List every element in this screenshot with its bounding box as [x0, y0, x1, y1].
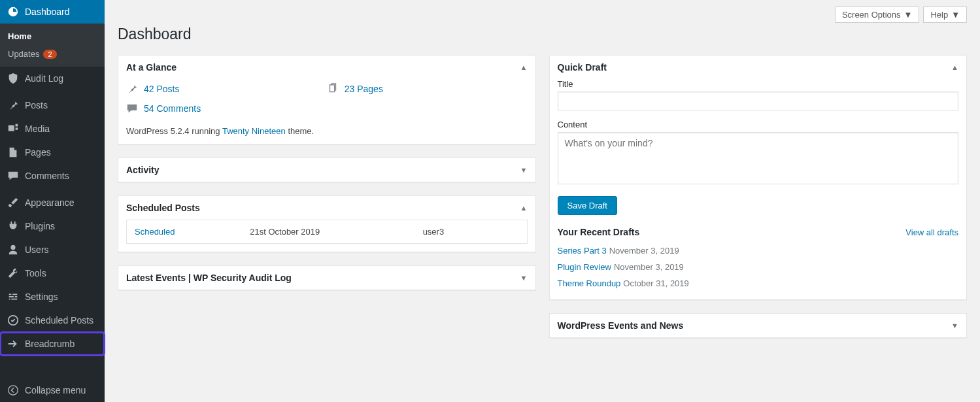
sidebar-label: Collapse menu [25, 385, 86, 395]
latest-events-box: Latest Events | WP Security Audit Log ▼ [118, 265, 536, 290]
sidebar-item-dashboard[interactable]: Dashboard [0, 0, 105, 24]
events-news-box: WordPress Events and News ▼ [549, 313, 968, 338]
main-content: Screen Options ▼ Help ▼ Dashboard At a G… [105, 0, 980, 402]
sidebar-label: Scheduled Posts [25, 315, 93, 326]
draft-date: November 3, 2019 [614, 262, 684, 272]
draft-link[interactable]: Series Part 3 [558, 246, 607, 256]
top-bar: Screen Options ▼ Help ▼ [118, 7, 967, 23]
pin-icon [7, 99, 20, 112]
draft-link[interactable]: Theme Roundup [558, 278, 621, 288]
sidebar-label: Appearance [25, 197, 75, 208]
arrow-right-icon [7, 337, 20, 350]
sidebar-item-users[interactable]: Users [0, 238, 105, 261]
draft-link[interactable]: Plugin Review [558, 262, 611, 272]
left-column: At a Glance ▲ 42 Posts 23 Pages [118, 55, 536, 338]
sidebar-subitem-updates[interactable]: Updates 2 [0, 45, 105, 63]
shield-icon [7, 72, 20, 85]
dashboard-icon [7, 5, 20, 18]
sidebar-label: Audit Log [25, 73, 63, 84]
recent-drafts-title: Your Recent Drafts [558, 227, 640, 237]
scheduled-user: user3 [423, 227, 519, 237]
updates-badge: 2 [43, 50, 56, 59]
sidebar-label: Settings [25, 292, 58, 302]
sidebar-label: Plugins [25, 221, 55, 231]
help-button[interactable]: Help ▼ [923, 7, 967, 23]
draft-item: Theme RoundupOctober 31, 2019 [558, 275, 959, 292]
sidebar-label: Dashboard [25, 7, 70, 17]
clock-check-icon [7, 314, 20, 327]
theme-link[interactable]: Twenty Nineteen [222, 126, 286, 136]
glance-comments: 54 Comments [126, 99, 327, 118]
at-a-glance-header[interactable]: At a Glance ▲ [118, 56, 535, 79]
svg-point-1 [8, 386, 18, 395]
title-label: Title [558, 79, 959, 89]
events-news-header[interactable]: WordPress Events and News ▼ [550, 314, 967, 337]
sidebar-label: Comments [25, 171, 69, 181]
sidebar-item-scheduled-posts[interactable]: Scheduled Posts [0, 309, 105, 332]
sidebar-item-audit-log[interactable]: Audit Log [0, 67, 105, 90]
page-title: Dashboard [118, 25, 967, 43]
draft-date: October 31, 2019 [623, 278, 688, 288]
glance-pages: 23 Pages [327, 79, 528, 99]
sidebar-item-tools[interactable]: Tools [0, 261, 105, 285]
sidebar-item-plugins[interactable]: Plugins [0, 214, 105, 238]
comments-link[interactable]: 54 Comments [144, 103, 201, 114]
scheduled-row: Scheduled 21st October 2019 user3 [126, 220, 528, 244]
caret-down-icon: ▼ [904, 10, 913, 20]
scheduled-status-link[interactable]: Scheduled [135, 227, 175, 237]
pages-icon [327, 83, 340, 95]
brush-icon [7, 196, 20, 209]
sidebar-submenu-dashboard: Home Updates 2 [0, 24, 105, 67]
activity-header[interactable]: Activity ▼ [118, 158, 535, 182]
sidebar-item-settings[interactable]: Settings [0, 285, 105, 309]
sidebar-label: Breadcrumb [25, 339, 75, 349]
quick-draft-box: Quick Draft ▲ Title Content Save Draft Y… [549, 55, 968, 300]
page-icon [7, 146, 20, 159]
caret-down-icon: ▼ [951, 10, 960, 20]
comment-icon [7, 169, 20, 182]
screen-options-button[interactable]: Screen Options ▼ [835, 7, 919, 23]
quick-draft-header[interactable]: Quick Draft ▲ [550, 56, 967, 79]
sidebar-item-media[interactable]: Media [0, 117, 105, 141]
view-all-drafts-link[interactable]: View all drafts [905, 227, 958, 237]
sidebar-item-posts[interactable]: Posts [0, 93, 105, 117]
sidebar-item-comments[interactable]: Comments [0, 164, 105, 188]
title-input[interactable] [558, 92, 959, 110]
wrench-icon [7, 267, 20, 280]
sidebar-item-appearance[interactable]: Appearance [0, 191, 105, 214]
plug-icon [7, 220, 20, 233]
content-textarea[interactable] [558, 132, 959, 184]
scheduled-posts-header[interactable]: Scheduled Posts ▲ [118, 196, 535, 220]
draft-date: November 3, 2019 [609, 246, 679, 256]
caret-up-icon: ▲ [520, 63, 528, 71]
save-draft-button[interactable]: Save Draft [558, 196, 617, 215]
admin-sidebar: Dashboard Home Updates 2 Audit Log Posts… [0, 0, 105, 402]
sliders-icon [7, 290, 20, 303]
user-icon [7, 243, 20, 256]
sidebar-item-pages[interactable]: Pages [0, 141, 105, 164]
sidebar-item-breadcrumb[interactable]: Breadcrumb [0, 332, 105, 356]
pages-link[interactable]: 23 Pages [345, 84, 383, 94]
scheduled-date: 21st October 2019 [250, 227, 422, 237]
caret-down-icon: ▼ [520, 274, 528, 282]
glance-posts: 42 Posts [126, 79, 327, 99]
caret-up-icon: ▲ [520, 204, 528, 212]
caret-down-icon: ▼ [520, 166, 528, 174]
comment-icon [126, 103, 139, 114]
sidebar-label: Tools [25, 268, 46, 278]
sidebar-label: Media [25, 124, 50, 134]
collapse-icon [7, 384, 20, 397]
caret-down-icon: ▼ [951, 322, 958, 329]
scheduled-posts-box: Scheduled Posts ▲ Scheduled 21st October… [118, 195, 536, 252]
content-label: Content [558, 120, 959, 129]
sidebar-label: Users [25, 244, 49, 255]
sidebar-label: Posts [25, 100, 48, 110]
sidebar-subitem-home[interactable]: Home [0, 27, 105, 45]
latest-events-header[interactable]: Latest Events | WP Security Audit Log ▼ [118, 266, 535, 290]
at-a-glance-box: At a Glance ▲ 42 Posts 23 Pages [118, 55, 536, 144]
posts-link[interactable]: 42 Posts [144, 84, 179, 94]
sidebar-collapse[interactable]: Collapse menu [0, 378, 105, 402]
media-icon [7, 122, 20, 135]
draft-item: Plugin ReviewNovember 3, 2019 [558, 259, 959, 275]
sidebar-label: Pages [25, 147, 51, 158]
